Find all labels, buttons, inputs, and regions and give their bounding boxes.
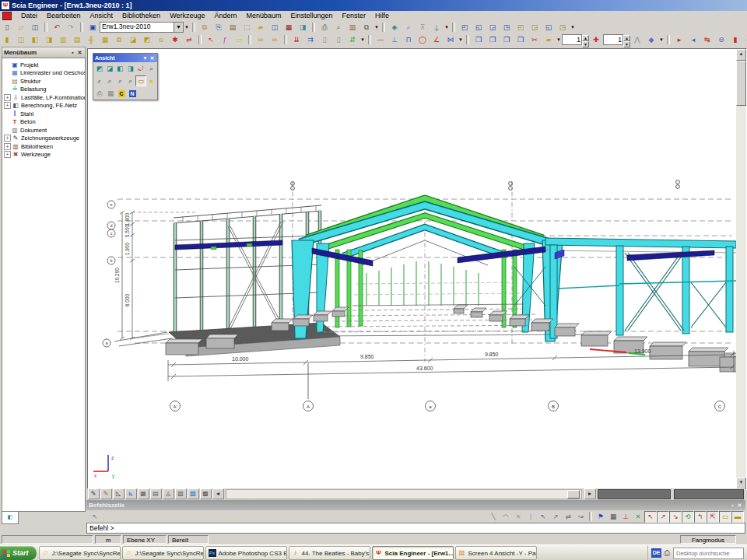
open-folder-icon[interactable]: ▱ [15, 22, 28, 33]
title-bar[interactable]: Ψ Scia Engineer - [Erw1.3neu-2010 : 1] [0, 0, 747, 11]
window4-icon[interactable]: ❒ [514, 34, 528, 46]
shell-icon[interactable]: ⧅ [155, 34, 168, 46]
measure-tool-icon[interactable]: ⊾ [125, 488, 137, 499]
gallery-icon[interactable]: ▤ [226, 22, 240, 33]
wall-icon[interactable]: ▤ [71, 34, 84, 46]
sidebar-item-berechnung[interactable]: +◧Berechnung, FE-Netz [4, 102, 85, 110]
start-button[interactable]: Start [0, 546, 37, 560]
taskbar-item-folder2[interactable]: ▱ J:\Seagate Sync\SyncRe... [122, 546, 204, 560]
snap-grid-icon[interactable]: ▦ [607, 511, 619, 523]
view-rotate1-icon[interactable]: ◩ [94, 63, 104, 74]
draw-tool1-icon[interactable]: ✎ [88, 488, 100, 499]
snap-intersect-icon[interactable]: ✕ [632, 511, 644, 523]
close-icon[interactable]: ✕ [736, 502, 743, 509]
status-unit[interactable]: m [95, 535, 121, 544]
desktop-search-input[interactable]: Desktop durchsuche [673, 548, 744, 559]
scroll-up-icon[interactable]: ▲ [736, 49, 746, 61]
search-doc-icon[interactable]: ⌕ [402, 22, 416, 33]
ansicht-titlebar[interactable]: Ansicht ▼ ✕ [93, 54, 157, 62]
layers-tool-icon[interactable]: ▩ [200, 488, 212, 499]
pin-icon[interactable]: ▪ [69, 50, 76, 55]
table-tool-icon[interactable]: ▤ [150, 488, 162, 499]
view-orbit-icon[interactable]: ⤾ [135, 63, 146, 74]
expand-icon[interactable]: + [4, 102, 11, 109]
grid-red-icon[interactable]: ▦ [282, 22, 296, 33]
toggle-n-icon[interactable]: N [127, 88, 138, 99]
beamview5-icon[interactable]: ▮ [729, 34, 742, 46]
export-icon[interactable]: ⧉ [360, 22, 374, 33]
redo-icon[interactable]: ↷ [65, 22, 78, 33]
shade-tool-icon[interactable]: ▨ [188, 488, 199, 499]
dims-overflow-icon[interactable]: ▾ [458, 37, 464, 43]
loads-overflow-icon[interactable]: ▾ [359, 37, 366, 43]
view-f2-icon[interactable]: ◱ [472, 22, 486, 33]
dim-circle-icon[interactable]: ◯ [416, 34, 430, 46]
status-plane[interactable]: Ebene XY [123, 535, 167, 544]
select-cursor-icon[interactable]: ↖ [88, 511, 102, 523]
view-f1-icon[interactable]: ◰ [458, 22, 472, 33]
window3-icon[interactable]: ❒ [500, 34, 514, 46]
chevron-down-icon[interactable]: ▼ [174, 23, 183, 32]
expand-icon[interactable]: + [4, 94, 11, 101]
hscroll-thumb[interactable] [567, 490, 580, 499]
activity-spinner[interactable] [562, 34, 582, 45]
project-settings-icon[interactable]: ⧉ [198, 22, 212, 33]
select-red-icon[interactable]: ↖ [205, 34, 218, 46]
menu-fenster[interactable]: Fenster [338, 11, 371, 21]
activity-spinner-buttons[interactable]: ▲▼ [582, 35, 589, 44]
expand-icon[interactable]: + [4, 143, 11, 150]
split-icon[interactable]: ◨ [296, 22, 310, 33]
opening-icon[interactable]: ◪ [127, 34, 140, 46]
menu-aendern[interactable]: Ändern [209, 11, 241, 21]
snap-midpoint-icon[interactable]: ↗ [657, 511, 669, 523]
view-f7-icon[interactable]: ◱ [542, 22, 556, 33]
load-down-icon[interactable]: ⇊ [290, 34, 303, 46]
project-combo[interactable]: Erw1.3neu-2010 ▼ [100, 22, 184, 33]
status-snap-mode[interactable]: Fangmodus [680, 535, 736, 544]
support2-icon[interactable]: ▯ [332, 34, 345, 46]
menu-bearbeiten[interactable]: Bearbeiten [42, 11, 86, 21]
plate-icon[interactable]: ▥ [57, 34, 70, 46]
snap-ortho-icon[interactable]: ⟲ [682, 511, 694, 523]
save-icon[interactable]: ◫ [29, 22, 42, 33]
menu-menuebaum[interactable]: Menübaum [242, 11, 286, 21]
snap-edge-icon[interactable]: ▭ [719, 511, 731, 523]
expand-icon[interactable]: + [4, 151, 11, 158]
window1-icon[interactable]: ❒ [472, 34, 486, 46]
snap-bar-icon[interactable]: ❘ [524, 511, 537, 523]
taskbar-item-paint[interactable]: ▨ Screen 4 Ansicht -Y - Paint [455, 546, 537, 560]
close-icon[interactable]: ✕ [149, 55, 156, 61]
image-icon[interactable]: ⬚ [240, 22, 254, 33]
grid-tool-icon[interactable]: ▦ [138, 488, 149, 499]
snap-ne-icon[interactable]: ↗ [549, 511, 562, 523]
toolbar-overflow-icon[interactable]: ▾ [184, 24, 190, 30]
command-panel-header[interactable]: Befehlszeile ▪ ✕ [86, 500, 745, 510]
snap-cross-icon[interactable]: ✕ [512, 511, 524, 523]
region-icon[interactable]: ▭ [233, 34, 246, 46]
undo-icon[interactable]: ↶ [51, 22, 64, 33]
taskbar-item-photoshop[interactable]: Ps Adobe Photoshop CS3 E... [205, 546, 287, 560]
beamview2-icon[interactable]: ◂ [687, 34, 700, 46]
clip-overflow-icon[interactable]: ▾ [556, 37, 562, 43]
draw-tool2-icon[interactable]: ✎ [100, 488, 112, 499]
chevron-down-icon[interactable]: ▼ [142, 55, 149, 61]
layer-spinner-buttons[interactable]: ▲▼ [623, 35, 630, 44]
mdi-window-icon[interactable]: ▣ [86, 22, 100, 33]
zoom-window-icon[interactable]: ⌕ [146, 63, 156, 74]
views-overflow-icon[interactable]: ▾ [570, 24, 576, 30]
book-icon[interactable]: ▥ [346, 22, 359, 33]
node-icon[interactable]: ✱ [169, 34, 182, 46]
sidebar-item-linienraster[interactable]: ▦Linienraster und Geschosse [4, 69, 85, 78]
zoom-prev-icon[interactable]: ⌕ [125, 75, 135, 86]
command-input[interactable]: Befehl > [86, 523, 745, 534]
menu-einstellungen[interactable]: Einstellungen [286, 11, 338, 21]
tools-overflow-icon[interactable]: ▾ [444, 24, 450, 30]
menu-hilfe[interactable]: Hilfe [370, 11, 394, 21]
menu-tree-header[interactable]: Menübaum ▪ ✕ [2, 47, 86, 58]
snap-center-icon[interactable]: ⇱ [707, 511, 719, 523]
render-mode-icon[interactable]: ▭ [135, 75, 146, 86]
view-rotate3-icon[interactable]: ◧ [115, 63, 125, 74]
package-icon[interactable]: ◈ [388, 22, 402, 33]
snap-swap-icon[interactable]: ⇄ [562, 511, 574, 523]
beamview4-icon[interactable]: ⊜ [715, 34, 728, 46]
